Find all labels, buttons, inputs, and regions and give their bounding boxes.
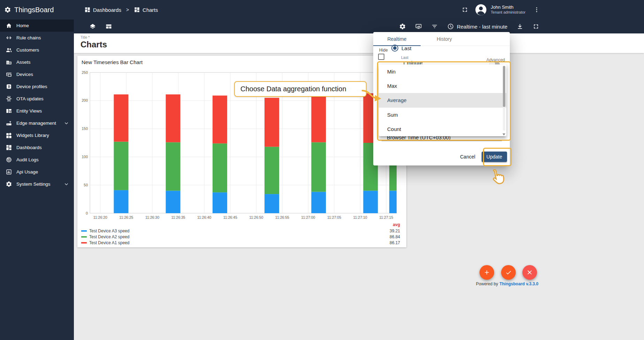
- sidebar-item-home[interactable]: Home: [0, 20, 74, 32]
- legend-row: Test Device A1 speed86.17: [81, 240, 400, 246]
- aggregation-dropdown: MinMaxAverageSumCount: [379, 64, 506, 136]
- decline-changes-fab[interactable]: [522, 265, 537, 280]
- audit-logs-icon: [6, 156, 12, 163]
- legend-series-name[interactable]: Test Device A1 speed: [89, 240, 390, 245]
- legend-series-name[interactable]: Test Device A3 speed: [89, 229, 390, 233]
- last-radio[interactable]: [391, 45, 398, 52]
- callout-text: Choose Data aggregation function: [240, 85, 346, 93]
- legend-avg-value: 86.17: [390, 240, 400, 245]
- user-name: John Smith: [491, 5, 526, 10]
- sidebar-item-assets[interactable]: Assets: [0, 56, 74, 68]
- dropdown-option-max[interactable]: Max: [379, 79, 506, 93]
- sidebar-item-customers[interactable]: Customers: [0, 44, 74, 56]
- add-widget-fab[interactable]: [480, 265, 494, 280]
- legend-swatch: [81, 242, 87, 244]
- app-logo[interactable]: ThingsBoard: [0, 0, 74, 20]
- update-button[interactable]: Update: [482, 152, 507, 162]
- sidebar-item-widgets-library[interactable]: Widgets Library: [0, 129, 74, 141]
- sidebar-item-edge-management[interactable]: Edge management: [0, 117, 74, 129]
- sidebar-item-device-profiles[interactable]: Device profiles: [0, 80, 74, 93]
- widget-title: New Timeseries Bar Chart: [77, 56, 406, 65]
- sidebar-item-label: Widgets Library: [16, 133, 49, 138]
- filter-icon[interactable]: [431, 23, 438, 30]
- sidebar-item-rule-chains[interactable]: Rule chains: [0, 32, 74, 44]
- hide-label: Hide: [379, 48, 388, 53]
- entity-aliases-icon[interactable]: [415, 23, 422, 30]
- svg-text:11:26:45: 11:26:45: [223, 215, 237, 219]
- sidebar-nav: HomeRule chainsCustomersAssetsDevicesDev…: [0, 20, 74, 190]
- annotation-callout: Choose Data aggregation function: [234, 81, 367, 97]
- sidebar-item-dashboards[interactable]: Dashboards: [0, 141, 74, 154]
- time-window-label: Realtime - last minute: [457, 24, 507, 30]
- dropdown-option-average[interactable]: Average: [379, 93, 506, 107]
- cancel-button[interactable]: Cancel: [460, 154, 475, 160]
- hide-checkbox[interactable]: [378, 54, 384, 60]
- dropdown-option-min[interactable]: Min: [379, 64, 506, 79]
- sidebar-item-audit-logs[interactable]: Audit Logs: [0, 154, 74, 166]
- legend-row: Test Device A2 speed86.84: [81, 234, 400, 240]
- page-title[interactable]: Charts: [80, 40, 644, 49]
- dropdown-option-sum[interactable]: Sum: [379, 108, 506, 122]
- svg-text:11:27:15: 11:27:15: [379, 215, 393, 219]
- sidebar-item-label: Edge management: [16, 121, 56, 126]
- legend-row: Test Device A3 speed39.21: [81, 228, 400, 234]
- entity-views-icon: [6, 108, 12, 114]
- download-icon[interactable]: [516, 23, 523, 30]
- title-field-label: Title *: [80, 35, 644, 39]
- sidebar-item-label: Entity Views: [16, 108, 42, 114]
- widgets-library-icon: [6, 132, 12, 139]
- powered-by: Powered byThingsboard v.3.3.0: [476, 281, 538, 286]
- dropdown-options: MinMaxAverageSumCount: [379, 64, 506, 136]
- svg-text:11:27:05: 11:27:05: [327, 215, 341, 219]
- sidebar-item-entity-views[interactable]: Entity Views: [0, 105, 74, 117]
- top-header: Dashboards > Charts John Smith Tenant ad…: [74, 0, 644, 20]
- user-block[interactable]: John Smith Tenant administrator: [491, 5, 526, 15]
- toolbar-right-group: Realtime - last minute: [390, 23, 539, 30]
- sidebar-item-label: Devices: [16, 72, 33, 77]
- dialog-tabs: Realtime History: [373, 32, 510, 46]
- sidebar-item-label: Home: [16, 23, 29, 28]
- kebab-menu-icon[interactable]: [533, 6, 540, 13]
- toolbar-fullscreen-icon[interactable]: [532, 23, 539, 30]
- sidebar-item-label: OTA updates: [16, 96, 44, 101]
- sidebar-item-ota-updates[interactable]: OTA updates: [0, 93, 74, 105]
- powered-by-link[interactable]: Thingsboard v.3.3.0: [499, 281, 538, 286]
- assets-icon: [6, 59, 12, 65]
- tab-realtime[interactable]: Realtime: [373, 32, 421, 46]
- sidebar-item-label: Dashboards: [16, 145, 42, 150]
- tab-history[interactable]: History: [421, 32, 468, 46]
- sidebar-item-system-settings[interactable]: System Settings: [0, 178, 74, 190]
- layers-icon[interactable]: [89, 23, 96, 30]
- scroll-down-arrow-icon[interactable]: [503, 133, 505, 136]
- layout-icon[interactable]: [105, 23, 112, 30]
- fullscreen-icon[interactable]: [461, 6, 468, 13]
- svg-text:250: 250: [82, 70, 88, 75]
- sidebar-item-label: Device profiles: [16, 84, 47, 89]
- sidebar-item-api-usage[interactable]: Api Usage: [0, 166, 74, 178]
- sidebar: ThingsBoard HomeRule chainsCustomersAsse…: [0, 0, 74, 340]
- timezone-underline: [382, 141, 502, 141]
- device-profiles-icon: [6, 83, 12, 90]
- api-usage-icon: [6, 169, 12, 175]
- clock-icon: [447, 23, 454, 30]
- svg-text:11:26:55: 11:26:55: [275, 215, 289, 219]
- legend-series-name[interactable]: Test Device A2 speed: [89, 234, 390, 239]
- sidebar-item-label: Assets: [16, 60, 31, 65]
- legend-swatch: [81, 230, 87, 232]
- dropdown-option-count[interactable]: Count: [379, 122, 506, 136]
- settings-icon[interactable]: [399, 23, 406, 30]
- breadcrumb-dashboards[interactable]: Dashboards: [93, 7, 121, 13]
- app-root: ThingsBoard HomeRule chainsCustomersAsse…: [0, 0, 644, 340]
- time-window-button[interactable]: Realtime - last minute: [447, 23, 507, 30]
- svg-text:11:27:00: 11:27:00: [301, 215, 315, 219]
- edge-management-icon: [6, 120, 12, 126]
- svg-text:100: 100: [82, 155, 88, 159]
- sidebar-item-devices[interactable]: Devices: [0, 68, 74, 80]
- dropdown-scrollbar[interactable]: [503, 66, 505, 131]
- svg-text:11:27:10: 11:27:10: [353, 215, 367, 219]
- avatar[interactable]: [475, 3, 487, 16]
- dashboard-icon: [134, 7, 140, 13]
- apply-changes-fab[interactable]: [501, 265, 516, 280]
- svg-text:200: 200: [82, 98, 88, 102]
- scrollbar-thumb[interactable]: [503, 66, 505, 107]
